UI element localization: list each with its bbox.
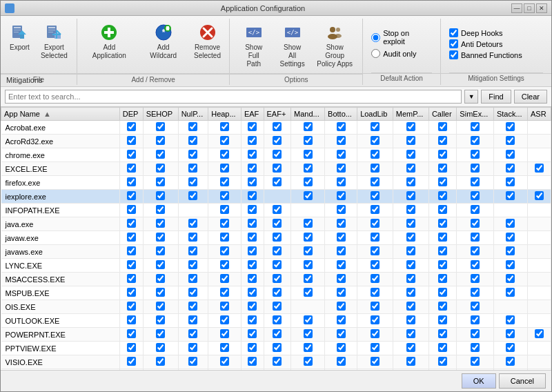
row-checkbox[interactable] (273, 274, 282, 283)
row-checkbox[interactable] (304, 136, 313, 145)
row-checkbox[interactable] (438, 177, 447, 186)
row-checkbox[interactable] (273, 343, 282, 352)
table-row[interactable]: INFOPATH.EXE (1, 204, 551, 217)
row-checkbox[interactable] (248, 288, 257, 297)
row-checkbox[interactable] (273, 150, 282, 159)
row-checkbox[interactable] (304, 260, 313, 269)
row-checkbox[interactable] (127, 164, 136, 173)
row-checkbox[interactable] (156, 122, 165, 131)
row-checkbox[interactable] (471, 288, 480, 297)
table-row[interactable]: OIS.EXE (1, 300, 551, 314)
row-checkbox[interactable] (304, 150, 313, 159)
row-checkbox[interactable] (188, 164, 197, 173)
row-checkbox[interactable] (248, 260, 257, 269)
row-checkbox[interactable] (188, 260, 197, 269)
row-checkbox[interactable] (127, 205, 136, 214)
show-all-settings-button[interactable]: </> Show All Settings (275, 20, 310, 71)
row-checkbox[interactable] (220, 274, 229, 283)
row-checkbox[interactable] (304, 315, 313, 324)
row-checkbox[interactable] (273, 233, 282, 242)
clear-button[interactable]: Clear (514, 90, 547, 104)
row-checkbox[interactable] (371, 150, 379, 159)
row-checkbox[interactable] (438, 219, 447, 228)
row-checkbox[interactable] (220, 246, 229, 255)
table-row[interactable]: VISIO.EXE (1, 355, 551, 369)
row-checkbox[interactable] (220, 260, 229, 269)
row-checkbox[interactable] (471, 315, 480, 324)
row-checkbox[interactable] (248, 191, 257, 200)
row-checkbox[interactable] (371, 315, 379, 324)
row-checkbox[interactable] (127, 260, 136, 269)
row-checkbox[interactable] (438, 343, 447, 352)
cancel-button[interactable]: Cancel (499, 373, 546, 389)
row-checkbox[interactable] (371, 191, 379, 200)
col-nullp[interactable]: NulP... (178, 108, 208, 121)
row-checkbox[interactable] (438, 329, 447, 338)
row-checkbox[interactable] (438, 205, 447, 214)
table-row[interactable]: MSACCESS.EXE (1, 273, 551, 286)
row-checkbox[interactable] (127, 302, 136, 311)
row-checkbox[interactable] (471, 150, 480, 159)
row-checkbox[interactable] (438, 357, 447, 366)
row-checkbox[interactable] (535, 329, 544, 338)
row-checkbox[interactable] (371, 233, 379, 242)
row-checkbox[interactable] (406, 164, 415, 173)
col-heap[interactable]: Heap... (208, 108, 241, 121)
row-checkbox[interactable] (273, 136, 282, 145)
row-checkbox[interactable] (438, 315, 447, 324)
row-checkbox[interactable] (371, 136, 379, 145)
row-checkbox[interactable] (406, 150, 415, 159)
row-checkbox[interactable] (337, 315, 346, 324)
row-checkbox[interactable] (188, 288, 197, 297)
row-checkbox[interactable] (156, 136, 165, 145)
row-checkbox[interactable] (304, 233, 313, 242)
row-checkbox[interactable] (248, 343, 257, 352)
row-checkbox[interactable] (471, 122, 480, 131)
table-row[interactable]: firefox.exe (1, 176, 551, 190)
row-checkbox[interactable] (438, 233, 447, 242)
export-selected-button[interactable]: Export Selected (36, 20, 72, 63)
row-checkbox[interactable] (406, 136, 415, 145)
row-checkbox[interactable] (248, 302, 257, 311)
banned-functions-checkbox[interactable] (449, 50, 458, 59)
row-checkbox[interactable] (248, 205, 257, 214)
row-checkbox[interactable] (371, 302, 379, 311)
row-checkbox[interactable] (337, 357, 346, 366)
row-checkbox[interactable] (156, 329, 165, 338)
row-checkbox[interactable] (127, 219, 136, 228)
row-checkbox[interactable] (156, 343, 165, 352)
row-checkbox[interactable] (304, 357, 313, 366)
col-memp[interactable]: MemP... (393, 108, 428, 121)
col-stack[interactable]: Stack... (493, 108, 527, 121)
add-wildcard-button[interactable]: * Add Wildcard (139, 20, 188, 63)
row-checkbox[interactable] (438, 136, 447, 145)
row-checkbox[interactable] (406, 177, 415, 186)
row-checkbox[interactable] (304, 329, 313, 338)
row-checkbox[interactable] (506, 164, 515, 173)
row-checkbox[interactable] (438, 302, 447, 311)
ok-button[interactable]: OK (462, 373, 496, 389)
row-checkbox[interactable] (371, 205, 379, 214)
table-row[interactable]: javaws.exe (1, 245, 551, 259)
row-checkbox[interactable] (438, 191, 447, 200)
row-checkbox[interactable] (156, 357, 165, 366)
row-checkbox[interactable] (471, 177, 480, 186)
row-checkbox[interactable] (438, 150, 447, 159)
audit-only-radio[interactable] (371, 49, 380, 58)
row-checkbox[interactable] (337, 302, 346, 311)
row-checkbox[interactable] (337, 246, 346, 255)
row-checkbox[interactable] (127, 343, 136, 352)
row-checkbox[interactable] (248, 315, 257, 324)
row-checkbox[interactable] (506, 177, 515, 186)
search-dropdown[interactable]: ▼ (464, 90, 478, 104)
row-checkbox[interactable] (471, 302, 480, 311)
row-checkbox[interactable] (273, 357, 282, 366)
row-checkbox[interactable] (371, 329, 379, 338)
row-checkbox[interactable] (127, 233, 136, 242)
row-checkbox[interactable] (273, 122, 282, 131)
row-checkbox[interactable] (248, 219, 257, 228)
row-checkbox[interactable] (220, 315, 229, 324)
row-checkbox[interactable] (371, 219, 379, 228)
remove-selected-button[interactable]: Remove Selected (190, 20, 226, 63)
row-checkbox[interactable] (127, 274, 136, 283)
